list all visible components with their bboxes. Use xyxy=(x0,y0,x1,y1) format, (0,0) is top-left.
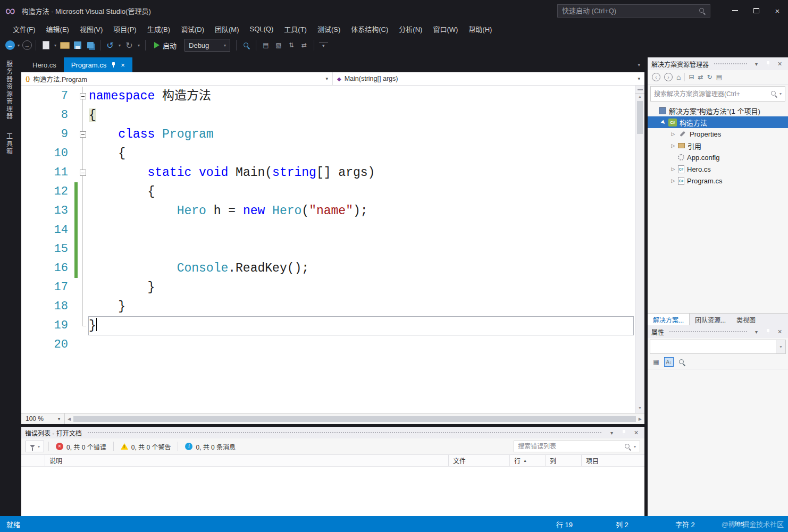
forward-icon[interactable]: › xyxy=(664,73,673,81)
window-position-chevron-icon[interactable]: ▾ xyxy=(607,428,616,437)
collapse-box-icon[interactable] xyxy=(80,93,86,99)
code-text[interactable]: { xyxy=(88,106,634,125)
tree-item-solution-0[interactable]: 解决方案"构造方法"(1 个项目) xyxy=(648,105,788,116)
warnings-toggle[interactable]: 0, 共 0 个警告 xyxy=(118,442,174,451)
tree-collapsed-arrow-icon[interactable]: ▷ xyxy=(669,166,677,172)
code-line-11[interactable]: 11 static void Main(string[] args) xyxy=(21,163,644,182)
column-icon[interactable] xyxy=(21,455,45,466)
maximize-button[interactable] xyxy=(745,0,767,21)
home-icon[interactable]: ⌂ xyxy=(676,73,681,81)
menu-item-tools[interactable]: 工具(T) xyxy=(279,22,312,36)
column-line[interactable]: 行▲ xyxy=(510,455,546,466)
undo-chevron-icon[interactable]: ▾ xyxy=(117,43,122,48)
properties-object-dropdown[interactable]: ▾ xyxy=(650,340,786,354)
drag-handle[interactable] xyxy=(669,331,747,333)
solution-explorer-search-box[interactable]: ▾ xyxy=(650,86,785,102)
sync-with-active-document-icon[interactable]: ⇄ xyxy=(698,73,703,81)
redo-icon[interactable]: ↻ xyxy=(123,39,135,51)
code-line-7[interactable]: 7namespace 构造方法 xyxy=(21,87,644,106)
split-editor-handle[interactable] xyxy=(635,86,644,94)
save-all-icon[interactable] xyxy=(85,39,96,51)
code-line-19[interactable]: 19} xyxy=(21,316,644,335)
chevron-down-button[interactable]: ▾ xyxy=(776,340,785,353)
back-icon[interactable]: ‹ xyxy=(652,73,660,81)
pin-icon[interactable] xyxy=(764,327,773,336)
error-list-search-input[interactable] xyxy=(518,443,622,450)
code-text[interactable]: } xyxy=(88,316,634,335)
refresh-icon[interactable]: ↻ xyxy=(707,73,712,81)
errors-toggle[interactable]: × 0, 共 0 个错误 xyxy=(53,442,109,451)
vertical-scrollbar[interactable]: ▲ ▼ xyxy=(635,86,644,413)
column-description[interactable]: 说明 xyxy=(45,455,449,466)
solution-explorer-search-input[interactable] xyxy=(654,90,768,98)
categorized-icon[interactable]: ▦ xyxy=(651,357,661,367)
tree-item-csfile-5[interactable]: ▷C#Hero.cs xyxy=(648,163,788,175)
code-line-15[interactable]: 15 xyxy=(21,240,644,259)
menu-item-file[interactable]: 文件(F) xyxy=(7,22,41,36)
error-list-title-bar[interactable]: 错误列表 - 打开文档 ▾ × xyxy=(21,427,644,438)
pin-icon[interactable] xyxy=(764,60,773,69)
tree-item-csproject-1[interactable]: ▶C#构造方法 xyxy=(648,116,788,128)
switch-panes-icon[interactable]: ⇄ xyxy=(298,39,310,51)
code-line-20[interactable]: 20 xyxy=(21,335,644,354)
window-position-chevron-icon[interactable]: ▾ xyxy=(752,60,761,69)
redo-chevron-icon[interactable]: ▾ xyxy=(136,43,141,48)
sidebar-tab-server-explorer[interactable]: 服务器资源管理器 xyxy=(5,61,14,120)
scroll-right-icon[interactable]: ▶ xyxy=(636,417,644,421)
navigate-backward-icon[interactable]: ← xyxy=(5,40,15,50)
show-all-files-icon[interactable]: ▤ xyxy=(716,73,722,81)
tree-item-references-3[interactable]: ▷引用 xyxy=(648,140,788,151)
pin-icon[interactable] xyxy=(619,428,628,437)
column-project[interactable]: 项目 xyxy=(582,455,644,466)
tab-class-view[interactable]: 类视图 xyxy=(731,314,761,325)
error-list-search-box[interactable]: ▾ xyxy=(514,441,640,452)
code-line-14[interactable]: 14 xyxy=(21,221,644,240)
sort-alphabetical-icon[interactable]: A↓ xyxy=(664,357,674,367)
tree-item-csfile-6[interactable]: ▷C#Program.cs xyxy=(648,175,788,187)
menu-item-debug[interactable]: 调试(D) xyxy=(175,22,209,36)
code-line-10[interactable]: 10 { xyxy=(21,144,644,163)
document-outline-icon[interactable]: ▤ xyxy=(260,39,272,51)
navigate-forward-icon[interactable]: → xyxy=(22,40,32,50)
collapse-box-icon[interactable] xyxy=(80,131,86,138)
tree-expanded-arrow-icon[interactable]: ▶ xyxy=(659,117,668,127)
collapse-all-icon[interactable]: ⊟ xyxy=(689,73,694,81)
menu-item-analyze[interactable]: 分析(N) xyxy=(393,22,427,36)
code-line-13[interactable]: 13 Hero h = new Hero("name"); xyxy=(21,201,644,221)
window-position-chevron-icon[interactable]: ▾ xyxy=(752,327,761,336)
undo-icon[interactable]: ↺ xyxy=(104,39,116,51)
fold-collapse-icon[interactable] xyxy=(78,163,88,182)
close-icon[interactable]: × xyxy=(775,327,784,336)
toolbar-options-chevron-icon[interactable]: ▾ xyxy=(319,43,328,48)
compare-files-icon[interactable]: ▧ xyxy=(273,39,284,51)
column-column[interactable]: 列 xyxy=(546,455,582,466)
new-file-icon[interactable] xyxy=(40,39,52,51)
tab-list-chevron-icon[interactable]: ▾ xyxy=(633,62,644,67)
menu-item-sql[interactable]: SQL(Q) xyxy=(245,23,279,35)
code-text[interactable]: } xyxy=(88,278,634,297)
code-text[interactable]: static void Main(string[] args) xyxy=(88,163,634,182)
close-icon[interactable]: × xyxy=(632,428,641,437)
code-text[interactable]: { xyxy=(88,182,634,201)
search-properties-icon[interactable] xyxy=(677,357,686,367)
menu-item-test[interactable]: 测试(S) xyxy=(312,22,346,36)
close-icon[interactable]: × xyxy=(121,62,125,69)
tab-program-cs[interactable]: Program.cs × xyxy=(64,57,132,72)
open-file-icon[interactable] xyxy=(59,39,71,51)
code-line-16[interactable]: 16 Console.ReadKey(); xyxy=(21,259,644,278)
code-text[interactable]: } xyxy=(88,297,634,316)
find-in-files-icon[interactable] xyxy=(240,39,252,51)
scroll-left-icon[interactable]: ◀ xyxy=(65,417,73,421)
menu-item-team[interactable]: 团队(M) xyxy=(209,22,245,36)
properties-title-bar[interactable]: 属性 ▾ × xyxy=(648,325,788,338)
code-line-8[interactable]: 8{ xyxy=(21,106,644,125)
tree-collapsed-arrow-icon[interactable]: ▷ xyxy=(669,131,677,137)
code-text[interactable] xyxy=(88,221,634,240)
navigate-backward-chevron-icon[interactable]: ▾ xyxy=(16,43,21,48)
save-icon[interactable] xyxy=(72,39,83,51)
menu-item-view[interactable]: 视图(V) xyxy=(74,22,108,36)
tab-hero-cs[interactable]: Hero.cs xyxy=(25,57,64,72)
drag-handle[interactable] xyxy=(714,63,747,65)
move-lines-icon[interactable]: ⇅ xyxy=(286,39,297,51)
menu-item-edit[interactable]: 编辑(E) xyxy=(41,22,74,36)
